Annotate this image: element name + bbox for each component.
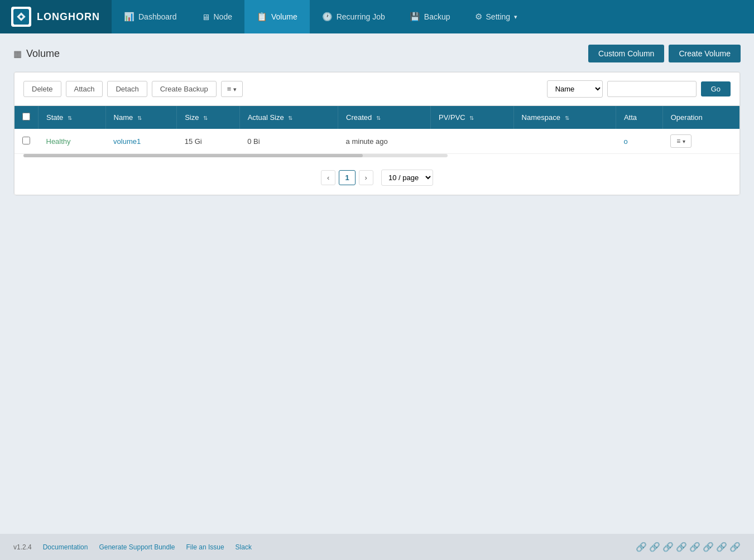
row-state-cell: Healthy (39, 129, 106, 154)
th-created-label: Created (346, 113, 372, 122)
nav-item-setting[interactable]: ⚙ Setting ▾ (463, 0, 530, 33)
filter-chevron-icon: ▾ (233, 86, 237, 93)
row-namespace-cell (513, 129, 616, 154)
scroll-thumb (23, 154, 363, 157)
nav-item-recurring-job[interactable]: 🕐 Recurring Job (310, 0, 397, 33)
row-checkbox-cell (15, 129, 39, 154)
nav-items: 📊 Dashboard 🖥 Node 📋 Volume 🕐 Recurring … (112, 0, 530, 33)
main-content: ▦ Volume Custom Column Create Volume Del… (0, 33, 754, 534)
row-attached-node-cell: o (616, 129, 662, 154)
created-timestamp: a minute ago (346, 137, 388, 146)
select-all-th (15, 106, 39, 129)
custom-column-button[interactable]: Custom Column (588, 45, 664, 62)
volume-table-wrap: State ⇅ Name ⇅ Size ⇅ Actual Size (14, 105, 740, 195)
th-state[interactable]: State ⇅ (39, 106, 106, 129)
brand-name: LONGHORN (37, 11, 100, 23)
list-filter-button[interactable]: ≡ ▾ (221, 81, 243, 97)
setting-chevron-icon: ▾ (514, 13, 517, 21)
table-row: Healthy volume1 15 Gi 0 Bi a minute ago (15, 129, 739, 154)
attached-node-value: o (623, 137, 627, 146)
navbar: LONGHORN 📊 Dashboard 🖥 Node 📋 Volume 🕐 R… (0, 0, 754, 33)
nav-item-setting-label: Setting (486, 12, 511, 21)
select-all-checkbox[interactable] (22, 113, 30, 120)
toolbar-right: Name State Node Go (547, 80, 731, 98)
nav-item-node[interactable]: 🖥 Node (189, 0, 244, 33)
th-operation: Operation (662, 106, 739, 129)
nav-item-dashboard-label: Dashboard (138, 12, 177, 21)
th-size[interactable]: Size ⇅ (177, 106, 239, 129)
footer-icon-link-5[interactable]: 🔗 (689, 542, 700, 552)
setting-icon: ⚙ (475, 12, 482, 22)
brand-icon (11, 7, 31, 27)
volume-link[interactable]: volume1 (113, 137, 141, 146)
brand[interactable]: LONGHORN (0, 0, 112, 33)
prev-page-button[interactable]: ‹ (321, 170, 335, 185)
footer-icon-link-3[interactable]: 🔗 (662, 542, 674, 552)
nav-item-dashboard[interactable]: 📊 Dashboard (112, 0, 189, 33)
th-operation-label: Operation (671, 113, 703, 122)
pagination: ‹ 1 › 10 / page 20 / page 50 / page (15, 161, 739, 195)
operation-chevron-icon: ▾ (683, 138, 685, 144)
row-size-cell: 15 Gi (177, 129, 239, 154)
nav-item-backup-label: Backup (424, 12, 450, 21)
volume-card: Delete Attach Detach Create Backup ≡ ▾ N… (13, 71, 741, 196)
th-namespace[interactable]: Namespace ⇅ (513, 106, 616, 129)
created-sort-icon: ⇅ (376, 115, 381, 121)
page-header: ▦ Volume Custom Column Create Volume (13, 45, 741, 62)
th-pv-pvc[interactable]: PV/PVC ⇅ (431, 106, 513, 129)
th-attached-node[interactable]: Atta (616, 106, 662, 129)
version-text: v1.2.4 (13, 543, 32, 551)
footer-icon-link-6[interactable]: 🔗 (703, 542, 714, 552)
page-size-select[interactable]: 10 / page 20 / page 50 / page (381, 170, 433, 186)
th-actual-size-label: Actual Size (248, 113, 284, 122)
page-1-button[interactable]: 1 (339, 170, 355, 185)
delete-button[interactable]: Delete (23, 81, 61, 97)
search-input[interactable] (607, 81, 697, 97)
scroll-bar-wrap (15, 154, 739, 161)
slack-link[interactable]: Slack (236, 543, 252, 551)
th-name[interactable]: Name ⇅ (105, 106, 177, 129)
recurring-job-icon: 🕐 (322, 12, 333, 22)
operation-button[interactable]: ≡ ▾ (670, 134, 691, 148)
nav-item-volume[interactable]: 📋 Volume (244, 0, 310, 33)
nav-item-backup[interactable]: 💾 Backup (397, 0, 463, 33)
nav-item-volume-label: Volume (271, 12, 297, 21)
th-pv-pvc-label: PV/PVC (439, 113, 465, 122)
th-actual-size[interactable]: Actual Size ⇅ (239, 106, 338, 129)
toolbar: Delete Attach Detach Create Backup ≡ ▾ N… (14, 72, 740, 105)
footer: v1.2.4 Documentation Generate Support Bu… (0, 534, 754, 560)
operation-list-icon: ≡ (676, 137, 680, 145)
footer-icon-link-7[interactable]: 🔗 (716, 542, 727, 552)
th-size-label: Size (185, 113, 199, 122)
pv-pvc-sort-icon: ⇅ (469, 115, 474, 121)
row-created-cell: a minute ago (338, 129, 431, 154)
backup-icon: 💾 (410, 12, 420, 22)
table-body: Healthy volume1 15 Gi 0 Bi a minute ago (15, 129, 739, 154)
attach-button[interactable]: Attach (66, 81, 103, 97)
documentation-link[interactable]: Documentation (43, 543, 88, 551)
footer-icon-link-1[interactable]: 🔗 (636, 542, 647, 552)
row-name-cell: volume1 (105, 129, 177, 154)
detach-button[interactable]: Detach (107, 81, 147, 97)
support-bundle-link[interactable]: Generate Support Bundle (99, 543, 175, 551)
th-created[interactable]: Created ⇅ (338, 106, 431, 129)
row-checkbox[interactable] (22, 137, 30, 144)
search-by-select[interactable]: Name State Node (547, 80, 603, 98)
th-attached-node-label: Atta (624, 113, 637, 122)
create-backup-button[interactable]: Create Backup (152, 81, 217, 97)
volume-page-icon: ▦ (13, 49, 22, 59)
nav-item-node-label: Node (214, 12, 232, 21)
toolbar-left: Delete Attach Detach Create Backup ≡ ▾ (23, 81, 243, 97)
file-issue-link[interactable]: File an Issue (186, 543, 224, 551)
next-page-button[interactable]: › (359, 170, 373, 185)
go-button[interactable]: Go (701, 81, 731, 96)
state-sort-icon: ⇅ (68, 115, 72, 121)
name-sort-icon: ⇅ (137, 115, 142, 121)
table-header: State ⇅ Name ⇅ Size ⇅ Actual Size (15, 106, 739, 129)
th-name-label: Name (114, 113, 133, 122)
scroll-track (23, 154, 448, 157)
create-volume-button[interactable]: Create Volume (669, 45, 741, 62)
footer-icon-link-4[interactable]: 🔗 (676, 542, 687, 552)
footer-icon-link-8[interactable]: 🔗 (729, 542, 741, 552)
footer-icon-link-2[interactable]: 🔗 (649, 542, 660, 552)
